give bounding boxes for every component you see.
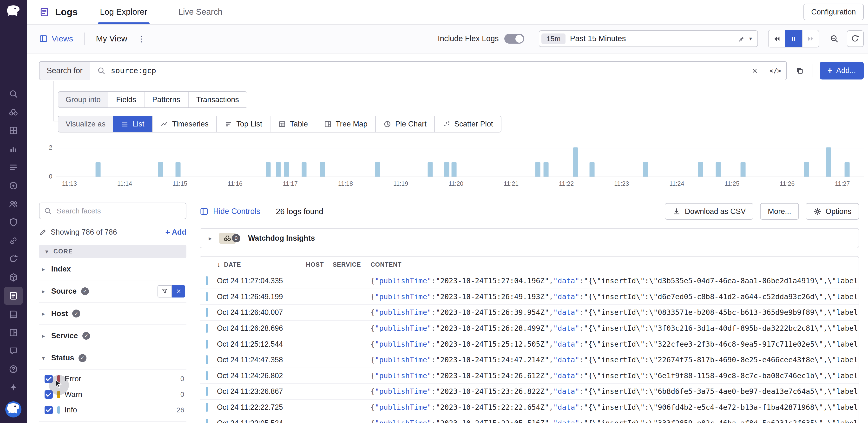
chart-bar[interactable] — [176, 162, 181, 177]
log-row[interactable]: Oct 24 11:23:26.867{"publishTime":"2023-… — [200, 384, 859, 400]
nav-rum[interactable] — [4, 195, 23, 213]
chart-bar[interactable] — [544, 162, 549, 177]
column-service[interactable]: SERVICE — [333, 261, 370, 268]
checkbox[interactable] — [44, 406, 53, 414]
nav-apm[interactable] — [4, 232, 23, 250]
chart-bar[interactable] — [698, 162, 703, 177]
more-button[interactable]: More... — [760, 203, 799, 220]
datadog-logo[interactable] — [0, 0, 27, 23]
nav-chat[interactable] — [4, 342, 23, 360]
chart-bar[interactable] — [716, 162, 721, 177]
group-option-patterns[interactable]: Patterns — [145, 92, 189, 108]
log-row[interactable]: Oct 24 11:25:12.544{"publishTime":"2023-… — [200, 336, 859, 352]
current-view-name[interactable]: My View — [96, 34, 127, 43]
chevron-right-icon[interactable]: ▸ — [207, 235, 214, 242]
column-host[interactable]: HOST — [306, 261, 333, 268]
facet-source[interactable]: ▸Source✓ — [39, 280, 186, 303]
chart-plot-area[interactable] — [56, 148, 864, 177]
pause-button[interactable] — [785, 30, 802, 47]
chart-bar[interactable] — [573, 147, 578, 176]
time-range-picker[interactable]: 15m Past 15 Minutes ▾ — [539, 30, 758, 47]
skip-back-button[interactable] — [769, 30, 785, 47]
nav-metrics[interactable] — [4, 140, 23, 158]
nav-logs[interactable] — [4, 286, 23, 305]
pin-icon[interactable] — [737, 35, 745, 43]
group-option-fields[interactable]: Fields — [108, 92, 145, 108]
refresh-button[interactable] — [847, 30, 863, 47]
nav-copilot[interactable] — [4, 379, 23, 397]
nav-search[interactable] — [4, 85, 23, 103]
copy-query-button[interactable] — [792, 62, 808, 79]
chart-bar[interactable] — [452, 162, 457, 177]
nav-events[interactable] — [4, 158, 23, 176]
viz-option-tree-map[interactable]: Tree Map — [316, 116, 376, 132]
view-menu-kebab[interactable]: ⋮ — [136, 34, 146, 43]
log-row[interactable]: Oct 24 11:24:26.802{"publishTime":"2023-… — [200, 368, 859, 384]
nav-watchdog[interactable] — [4, 103, 23, 121]
nav-security[interactable] — [4, 213, 23, 232]
configuration-button[interactable]: Configuration — [803, 4, 863, 20]
chart-bar[interactable] — [428, 162, 433, 177]
nav-infrastructure[interactable] — [4, 323, 23, 341]
skip-forward-button[interactable] — [802, 30, 818, 47]
add-button[interactable]: + Add... — [820, 62, 864, 80]
log-row[interactable]: Oct 24 11:27:04.335{"publishTime":"2023-… — [200, 273, 859, 289]
nav-software-catalog[interactable] — [4, 305, 23, 323]
viz-option-pie-chart[interactable]: Pie Chart — [376, 116, 435, 132]
viz-option-scatter-plot[interactable]: Scatter Plot — [435, 116, 501, 132]
nav-integrations[interactable] — [4, 268, 23, 286]
viz-option-timeseries[interactable]: Timeseries — [153, 116, 217, 132]
nav-dashboards[interactable] — [4, 121, 23, 140]
viz-option-top-list[interactable]: Top List — [217, 116, 271, 132]
chart-bar[interactable] — [375, 162, 380, 177]
facet-service[interactable]: ▸Service✓ — [39, 325, 186, 347]
tab-live-search[interactable]: Live Search — [177, 0, 223, 24]
chart-bar[interactable] — [844, 162, 849, 177]
watchdog-insights-row[interactable]: ▸ 0 Watchdog Insights — [200, 228, 859, 248]
group-option-transactions[interactable]: Transactions — [189, 92, 247, 108]
facet-section-core[interactable]: ▾ CORE — [39, 245, 186, 258]
search-input[interactable] — [105, 62, 745, 80]
facet-filter-button[interactable] — [157, 285, 172, 298]
facet-status[interactable]: ▾Status✓ — [39, 347, 186, 369]
chart-bar[interactable] — [158, 162, 163, 177]
status-value-info[interactable]: Info26 — [39, 402, 186, 418]
download-csv-button[interactable]: Download as CSV — [665, 203, 753, 220]
chart-bar[interactable] — [590, 162, 595, 177]
chart-bar[interactable] — [95, 162, 100, 177]
chart-bar[interactable] — [741, 162, 746, 177]
viz-option-list[interactable]: List — [113, 116, 153, 132]
nav-ci-cd[interactable] — [4, 250, 23, 268]
chevron-down-icon[interactable]: ▾ — [749, 35, 752, 42]
chart-bar[interactable] — [444, 162, 449, 177]
chart-bar[interactable] — [284, 162, 289, 177]
log-row[interactable]: Oct 24 11:22:05.524{"publishTime":"2023-… — [200, 415, 859, 423]
facet-search-input[interactable] — [56, 206, 182, 216]
column-date[interactable]: ↓ DATE — [212, 261, 306, 269]
facet-index[interactable]: ▸Index — [39, 258, 186, 280]
facet-host[interactable]: ▸Host✓ — [39, 303, 186, 325]
options-button[interactable]: Options — [806, 203, 859, 220]
edit-facets-icon[interactable] — [39, 229, 47, 236]
views-link[interactable]: Views — [39, 34, 73, 43]
tab-log-explorer[interactable]: Log Explorer — [99, 0, 148, 24]
chart-bar[interactable] — [643, 162, 648, 177]
log-row[interactable]: Oct 24 11:22:22.725{"publishTime":"2023-… — [200, 400, 859, 416]
chart-bar[interactable] — [266, 162, 271, 177]
log-row[interactable]: Oct 24 11:26:28.696{"publishTime":"2023-… — [200, 321, 859, 336]
log-row[interactable]: Oct 24 11:26:40.007{"publishTime":"2023-… — [200, 305, 859, 321]
chart-bar[interactable] — [302, 162, 307, 177]
chart-bar[interactable] — [276, 162, 281, 177]
zoom-out-button[interactable] — [826, 30, 842, 47]
nav-service-management[interactable] — [4, 176, 23, 194]
nav-help[interactable] — [4, 360, 23, 379]
facet-remove-button[interactable] — [172, 285, 185, 298]
viz-option-table[interactable]: Table — [271, 116, 316, 132]
flex-logs-toggle[interactable] — [504, 34, 524, 44]
chart-bar[interactable] — [804, 162, 809, 177]
hide-controls-link[interactable]: Hide Controls — [200, 207, 260, 216]
column-content[interactable]: CONTENT — [370, 261, 859, 268]
clear-search-button[interactable] — [745, 62, 764, 80]
chart-bar[interactable] — [320, 162, 325, 177]
chart-bar[interactable] — [826, 147, 831, 176]
